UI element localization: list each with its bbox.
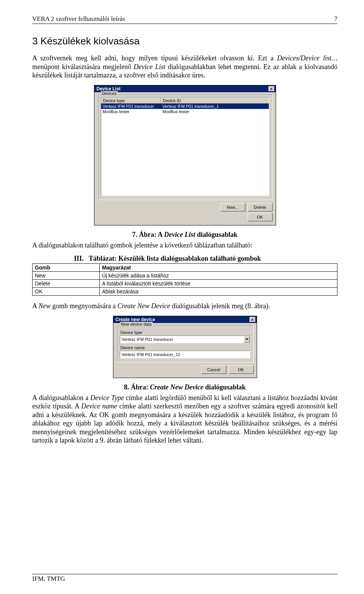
paragraph-1: A szoftvernek meg kell adni, hogy milyen… <box>32 54 337 80</box>
paragraph-2: A dialógusablakon található gombok jelen… <box>32 241 337 250</box>
new-device-groupbox: New device data Device type Vertesz IFM … <box>116 325 254 362</box>
listview-headers: Device type Device ID <box>101 98 269 104</box>
table-header-magyarazat: Magyarázat <box>99 264 337 272</box>
header-title: VERA 2 szoftver felhasználói leírás <box>32 15 125 23</box>
ok-button[interactable]: OK <box>229 366 254 374</box>
dialog-title-text: Create new device <box>116 317 155 322</box>
table-header-gomb: Gomb <box>33 264 100 272</box>
col-header-device-type[interactable]: Device type <box>101 98 161 104</box>
device-list-dialog: Device List × Devices Device type Device… <box>94 85 276 225</box>
table-title: III. Táblázat: Készülék lista dialógusab… <box>74 255 337 263</box>
close-icon[interactable]: × <box>268 86 275 91</box>
device-name-field[interactable]: Vertesz IFM P01 transducer_12 <box>120 351 250 358</box>
dialog-titlebar[interactable]: Device List × <box>94 85 276 92</box>
new-button[interactable]: New... <box>220 203 245 211</box>
figure-caption-8: 8. Ábra: Create New Device dialógusablak <box>32 383 337 391</box>
header-page-number: 7 <box>334 15 338 23</box>
device-type-combobox[interactable]: Vertesz IFM P01 transducer <box>120 336 250 343</box>
buttons-table: Gomb Magyarázat New Új készülék adása a … <box>32 263 337 296</box>
device-name-label: Device name <box>121 345 250 350</box>
paragraph-3: A New gomb megnyomására a Create New Dev… <box>32 302 337 310</box>
devices-groupbox: Devices Device type Device ID Vertesz IF… <box>97 94 273 200</box>
paragraph-4: A dialógusablakon a Device Type címke al… <box>32 394 337 445</box>
page-header: VERA 2 szoftver felhasználói leírás 7 <box>32 15 337 24</box>
page-footer: IFM, TMTG <box>32 574 337 583</box>
chevron-down-icon[interactable] <box>244 336 250 343</box>
create-new-device-dialog: Create new device × New device data Devi… <box>113 316 257 378</box>
col-header-device-id[interactable]: Device ID <box>161 98 269 104</box>
figure-caption-7: 7. Ábra: A Device List dialógusablak <box>32 231 337 239</box>
section-heading: 3 Készülékek kiolvasása <box>32 35 337 47</box>
cancel-button[interactable]: Cancel <box>201 366 226 374</box>
ok-button[interactable]: OK <box>248 213 273 221</box>
device-type-value: Vertesz IFM P01 transducer <box>120 337 244 342</box>
table-row: Delete A listából kiválasztott készülék … <box>33 280 337 288</box>
device-listview[interactable]: Device type Device ID Vertesz IFM P01 tr… <box>101 97 269 196</box>
table-row: New Új készülék adása a listához <box>33 272 337 280</box>
device-type-label: Device type <box>121 330 250 335</box>
dialog-title-text: Device List <box>97 86 121 91</box>
device-name-value: Vertesz IFM P01 transducer_12 <box>120 352 250 357</box>
groupbox-label: Devices <box>101 91 118 96</box>
close-icon[interactable]: × <box>249 317 256 322</box>
groupbox-label: New device data <box>120 322 153 326</box>
table-row: OK Ablak bezárása <box>33 288 337 296</box>
delete-button[interactable]: Delete <box>248 203 273 211</box>
footer-text: IFM, TMTG <box>32 574 337 583</box>
list-item[interactable]: Vertesz IFM P01 transducer Vertesz IFM P… <box>101 104 269 109</box>
list-item[interactable]: ModBus tester ModBus tester <box>101 109 269 114</box>
